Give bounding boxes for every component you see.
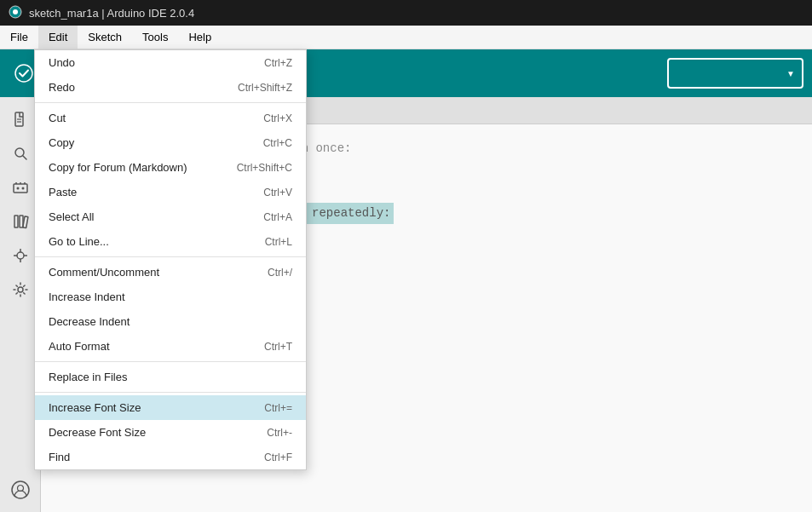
menu-item-increase-indent-label: Increase Indent: [49, 291, 125, 303]
menu-item-paste-shortcut: Ctrl+V: [263, 187, 292, 198]
menu-item-comment-label: Comment/Uncomment: [49, 266, 159, 279]
divider-1: [35, 102, 306, 103]
menu-item-find-label: Find: [49, 451, 70, 463]
menu-item-increase-font[interactable]: Increase Font Size Ctrl+=: [35, 395, 306, 420]
menu-item-replace-files[interactable]: Replace in Files: [35, 365, 306, 389]
menu-item-copy-forum-shortcut: Ctrl+Shift+C: [237, 162, 292, 174]
menu-item-decrease-indent-label: Decrease Indent: [49, 315, 130, 328]
menu-item-goto-line-label: Go to Line...: [49, 235, 109, 248]
menu-item-redo[interactable]: Redo Ctrl+Shift+Z: [35, 75, 306, 100]
menu-item-redo-shortcut: Ctrl+Shift+Z: [238, 82, 292, 94]
menu-item-replace-files-label: Replace in Files: [49, 371, 128, 383]
divider-4: [35, 392, 306, 393]
menu-item-decrease-font-label: Decrease Font Size: [49, 426, 146, 439]
menu-item-decrease-font[interactable]: Decrease Font Size Ctrl+-: [35, 420, 306, 445]
menu-item-auto-format-shortcut: Ctrl+T: [264, 341, 292, 353]
menu-item-auto-format-label: Auto Format: [49, 340, 110, 353]
menu-item-copy[interactable]: Copy Ctrl+C: [35, 130, 306, 155]
menu-item-undo-shortcut: Ctrl+Z: [264, 57, 292, 69]
menu-item-redo-label: Redo: [49, 81, 75, 94]
dropdown-overlay: Undo Ctrl+Z Redo Ctrl+Shift+Z Cut Ctrl+X…: [0, 0, 812, 512]
edit-menu: Undo Ctrl+Z Redo Ctrl+Shift+Z Cut Ctrl+X…: [34, 49, 307, 470]
menu-item-goto-line[interactable]: Go to Line... Ctrl+L: [35, 229, 306, 254]
menu-item-cut-shortcut: Ctrl+X: [263, 112, 292, 124]
menu-item-undo-label: Undo: [49, 56, 75, 69]
menu-item-find-shortcut: Ctrl+F: [264, 452, 292, 463]
menu-item-select-all-label: Select All: [49, 210, 94, 223]
menu-item-auto-format[interactable]: Auto Format Ctrl+T: [35, 334, 306, 359]
menu-item-find[interactable]: Find Ctrl+F: [35, 445, 306, 469]
divider-2: [35, 256, 306, 257]
menu-item-paste-label: Paste: [49, 186, 77, 198]
menu-item-cut[interactable]: Cut Ctrl+X: [35, 106, 306, 130]
menu-item-increase-font-shortcut: Ctrl+=: [264, 402, 292, 414]
menu-item-decrease-indent[interactable]: Decrease Indent: [35, 309, 306, 334]
menu-item-decrease-font-shortcut: Ctrl+-: [267, 427, 292, 439]
menu-item-increase-indent[interactable]: Increase Indent: [35, 285, 306, 309]
menu-item-increase-font-label: Increase Font Size: [49, 401, 141, 414]
menu-item-comment[interactable]: Comment/Uncomment Ctrl+/: [35, 260, 306, 285]
divider-3: [35, 361, 306, 362]
menu-item-copy-label: Copy: [49, 136, 74, 149]
menu-item-copy-shortcut: Ctrl+C: [263, 137, 292, 149]
menu-item-paste[interactable]: Paste Ctrl+V: [35, 180, 306, 204]
menu-item-comment-shortcut: Ctrl+/: [268, 267, 292, 279]
menu-item-copy-forum[interactable]: Copy for Forum (Markdown) Ctrl+Shift+C: [35, 155, 306, 180]
menu-item-cut-label: Cut: [49, 112, 66, 124]
menu-item-copy-forum-label: Copy for Forum (Markdown): [49, 161, 187, 174]
menu-item-select-all-shortcut: Ctrl+A: [263, 211, 292, 223]
menu-item-undo[interactable]: Undo Ctrl+Z: [35, 50, 306, 75]
menu-item-goto-line-shortcut: Ctrl+L: [265, 236, 292, 248]
menu-item-select-all[interactable]: Select All Ctrl+A: [35, 204, 306, 229]
